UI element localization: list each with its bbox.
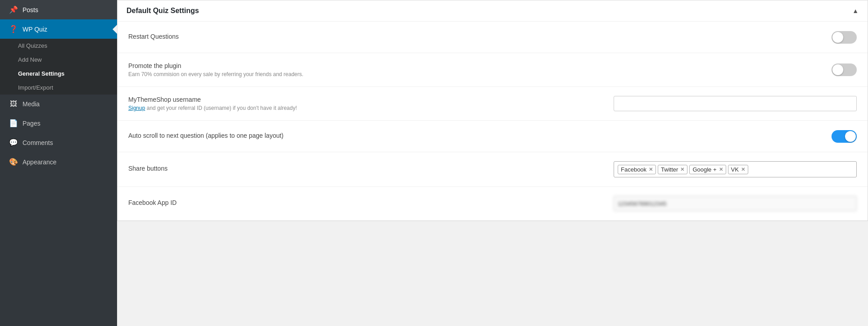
panel-collapse-button[interactable]: ▲	[852, 7, 859, 14]
panel-header: Default Quiz Settings ▲	[118, 0, 868, 22]
sidebar-item-comments[interactable]: 💬 Comments	[0, 133, 117, 152]
mythemeshop-username-title: MyThemeShop username	[128, 96, 434, 103]
tag-twitter-remove[interactable]: ✕	[680, 167, 684, 172]
sidebar: 📌 Posts ❓ WP Quiz All Quizzes Add New Ge…	[0, 0, 117, 326]
sidebar-item-pages[interactable]: 📄 Pages	[0, 113, 117, 133]
tag-facebook: Facebook ✕	[618, 165, 656, 174]
tag-facebook-label: Facebook	[621, 166, 646, 173]
facebook-app-id-title: Facebook App ID	[128, 199, 434, 206]
tag-twitter: Twitter ✕	[658, 165, 687, 174]
facebook-app-id-input[interactable]	[614, 196, 857, 211]
sidebar-item-appearance-label: Appearance	[23, 158, 57, 166]
restart-questions-toggle[interactable]	[832, 31, 857, 44]
auto-scroll-title: Auto scroll to next question (applies to…	[128, 132, 434, 139]
restart-questions-control	[832, 31, 857, 44]
posts-icon: 📌	[9, 5, 18, 14]
share-buttons-tags[interactable]: Facebook ✕ Twitter ✕ Google + ✕ VK ✕	[614, 161, 857, 177]
promote-plugin-desc: Earn 70% commision on every sale by refe…	[128, 71, 434, 77]
sidebar-item-comments-label: Comments	[23, 139, 53, 146]
sidebar-item-wp-quiz-label: WP Quiz	[23, 26, 47, 33]
mythemeshop-username-control	[614, 96, 857, 111]
auto-scroll-control	[832, 130, 857, 143]
restart-questions-title: Restart Questions	[128, 33, 434, 40]
sidebar-item-appearance[interactable]: 🎨 Appearance	[0, 152, 117, 172]
pages-icon: 📄	[9, 119, 18, 127]
tag-google-plus-remove[interactable]: ✕	[719, 167, 723, 172]
sidebar-item-posts-label: Posts	[23, 6, 38, 14]
appearance-icon: 🎨	[9, 158, 18, 166]
tag-google-plus: Google + ✕	[689, 165, 726, 174]
signup-desc-suffix: and get your referral ID (username) if y…	[145, 105, 297, 111]
tag-google-plus-label: Google +	[692, 166, 716, 173]
facebook-app-id-row: Facebook App ID	[118, 187, 868, 221]
promote-plugin-control	[832, 63, 857, 76]
sidebar-item-add-new[interactable]: Add New	[0, 53, 117, 67]
promote-plugin-row: Promote the plugin Earn 70% commision on…	[118, 53, 868, 87]
promote-plugin-knob	[832, 64, 843, 75]
share-buttons-title: Share buttons	[128, 165, 434, 172]
comments-icon: 💬	[9, 138, 18, 147]
share-buttons-row: Share buttons Facebook ✕ Twitter ✕ Googl…	[118, 152, 868, 187]
sidebar-item-pages-label: Pages	[23, 120, 41, 127]
restart-questions-label: Restart Questions	[128, 33, 434, 42]
main-content: Default Quiz Settings ▲ Restart Question…	[117, 0, 868, 326]
settings-panel: Default Quiz Settings ▲ Restart Question…	[117, 0, 868, 221]
restart-questions-knob	[832, 32, 843, 43]
sidebar-arrow	[113, 25, 117, 34]
tag-twitter-label: Twitter	[661, 166, 678, 173]
promote-plugin-label: Promote the plugin Earn 70% commision on…	[128, 62, 434, 77]
panel-title: Default Quiz Settings	[127, 7, 199, 15]
mythemeshop-username-input[interactable]	[614, 96, 857, 111]
auto-scroll-label: Auto scroll to next question (applies to…	[128, 132, 434, 141]
media-icon: 🖼	[9, 100, 18, 108]
facebook-app-id-control	[614, 196, 857, 211]
sidebar-item-wp-quiz[interactable]: ❓ WP Quiz	[0, 19, 117, 39]
mythemeshop-username-row: MyThemeShop username Signup and get your…	[118, 87, 868, 121]
share-buttons-control: Facebook ✕ Twitter ✕ Google + ✕ VK ✕	[614, 161, 857, 177]
auto-scroll-knob	[845, 131, 856, 142]
mythemeshop-username-desc: Signup and get your referral ID (usernam…	[128, 105, 434, 111]
auto-scroll-toggle[interactable]	[832, 130, 857, 143]
tag-vk-remove[interactable]: ✕	[741, 167, 745, 172]
promote-plugin-title: Promote the plugin	[128, 62, 434, 69]
tag-vk: VK ✕	[728, 165, 748, 174]
sidebar-item-media[interactable]: 🖼 Media	[0, 95, 117, 113]
sidebar-item-all-quizzes[interactable]: All Quizzes	[0, 39, 117, 53]
tag-facebook-remove[interactable]: ✕	[649, 167, 653, 172]
sidebar-item-posts[interactable]: 📌 Posts	[0, 0, 117, 19]
wp-quiz-icon: ❓	[9, 25, 18, 33]
signup-link[interactable]: Signup	[128, 105, 145, 111]
share-buttons-label: Share buttons	[128, 165, 434, 174]
sidebar-item-general-settings[interactable]: General Settings	[0, 67, 117, 81]
tag-vk-label: VK	[731, 166, 739, 173]
mythemeshop-username-label: MyThemeShop username Signup and get your…	[128, 96, 434, 111]
promote-plugin-toggle[interactable]	[832, 63, 857, 76]
facebook-app-id-label: Facebook App ID	[128, 199, 434, 208]
restart-questions-row: Restart Questions	[118, 22, 868, 53]
sidebar-item-import-export[interactable]: Import/Export	[0, 81, 117, 95]
auto-scroll-row: Auto scroll to next question (applies to…	[118, 121, 868, 152]
sidebar-submenu: All Quizzes Add New General Settings Imp…	[0, 39, 117, 95]
sidebar-item-media-label: Media	[23, 100, 40, 108]
